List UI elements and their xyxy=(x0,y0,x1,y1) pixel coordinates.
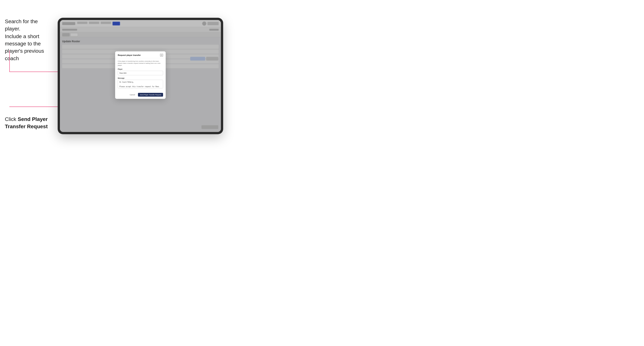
tablet-device: Update Roster xyxy=(58,18,223,134)
message-label: Message xyxy=(118,77,163,79)
annotation-arrow-1-vertical xyxy=(9,50,10,72)
modal-footer: Cancel Send Player Transfer Request xyxy=(115,93,166,99)
annotation-search-text: Search for the player. xyxy=(5,18,54,32)
modal-description: If the player is transferring from anoth… xyxy=(118,60,163,66)
request-player-transfer-modal: Request player transfer × If the player … xyxy=(115,51,166,99)
modal-title: Request player transfer xyxy=(118,54,141,56)
modal-overlay: Request player transfer × If the player … xyxy=(60,20,221,132)
annotation-message-text: Include a short message to the player's … xyxy=(5,33,56,62)
player-label: Player xyxy=(118,68,163,70)
modal-body: If the player is transferring from anoth… xyxy=(115,58,166,93)
send-player-transfer-button[interactable]: Send Player Transfer Request xyxy=(138,93,163,97)
cancel-button[interactable]: Cancel xyxy=(128,93,136,96)
tablet-screen: Update Roster xyxy=(60,20,221,132)
modal-close-button[interactable]: × xyxy=(160,53,163,56)
annotation-click-text: Click Send Player Transfer Request xyxy=(5,116,56,130)
player-input[interactable] xyxy=(118,71,163,75)
modal-header: Request player transfer × xyxy=(115,51,166,58)
message-textarea[interactable]: Hi Coach McHarg, Please accept this tran… xyxy=(118,80,163,88)
